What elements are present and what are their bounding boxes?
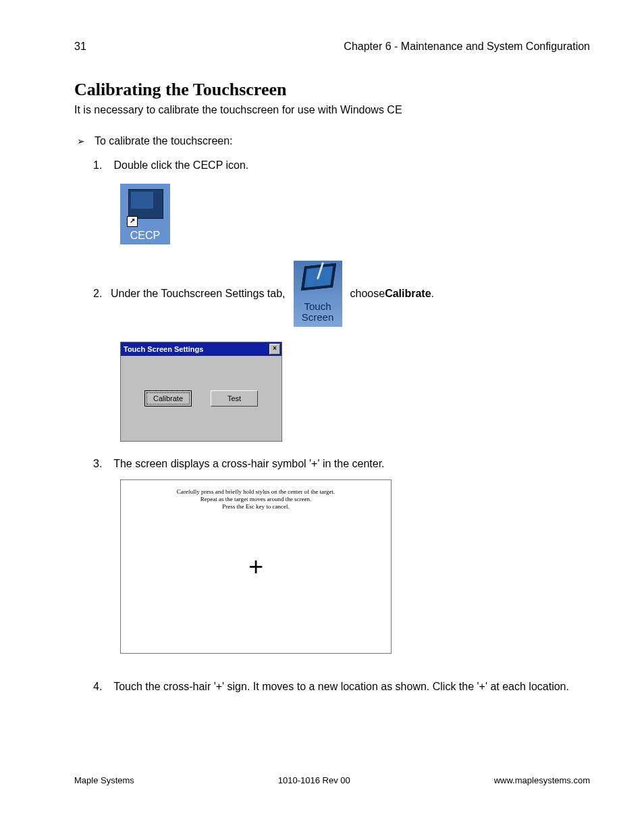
step-3: 3. The screen displays a cross-hair symb… (93, 458, 590, 654)
step-4: 4. Touch the cross-hair '+' sign. It mov… (93, 681, 590, 693)
touchscreen-settings-icon[interactable]: Touch Screen (294, 261, 342, 327)
dialog-titlebar[interactable]: Touch Screen Settings × (121, 342, 281, 356)
close-icon[interactable]: × (269, 344, 280, 355)
step-number: 3. (93, 458, 111, 470)
calibrate-button[interactable]: Calibrate (144, 390, 192, 407)
step-number: 1. (93, 159, 111, 172)
calibration-instructions: Carefully press and briefly hold stylus … (121, 488, 391, 511)
shortcut-overlay-icon: ↗ (127, 216, 138, 227)
section-heading: Calibrating the Touchscreen (74, 80, 590, 100)
dialog-title: Touch Screen Settings (124, 345, 203, 353)
bullet-arrow-icon: ➢ (77, 136, 85, 147)
touchscreen-icon-label: Touch Screen (294, 301, 342, 323)
page-number: 31 (74, 41, 86, 53)
procedure-title: To calibrate the touchscreen: (95, 135, 233, 147)
step-2: 2. Under the Touchscreen Settings tab, T… (93, 261, 590, 442)
footer-right: www.maplesystems.com (494, 775, 590, 785)
step-text: The screen displays a cross-hair symbol … (113, 458, 384, 469)
cecp-icon-label: CECP (120, 230, 170, 242)
step-text-bold: Calibrate (385, 288, 431, 300)
test-button[interactable]: Test (211, 390, 258, 407)
monitor-icon (128, 189, 163, 219)
step-1: 1. Double click the CECP icon. ↗ CECP (93, 159, 590, 244)
step-number: 2. (93, 288, 111, 300)
cecp-desktop-icon[interactable]: ↗ CECP (120, 184, 170, 244)
touch-screen-settings-dialog: Touch Screen Settings × Calibrate Test (120, 342, 282, 442)
step-text-end: . (431, 288, 434, 300)
chapter-title: Chapter 6 - Maintenance and System Confi… (344, 41, 590, 53)
step-text-post: choose (350, 288, 385, 300)
footer-center: 1010-1016 Rev 00 (278, 775, 350, 785)
step-text: Double click the CECP icon. (113, 159, 248, 171)
step-number: 4. (93, 681, 111, 693)
step-text-pre: Under the Touchscreen Settings tab, (111, 288, 286, 300)
calibration-screen[interactable]: Carefully press and briefly hold stylus … (120, 479, 392, 654)
step-text: Touch the cross-hair '+' sign. It moves … (113, 681, 569, 692)
intro-text: It is necessary to calibrate the touchsc… (74, 104, 590, 116)
dialog-body: Calibrate Test (121, 356, 281, 441)
footer-left: Maple Systems (74, 775, 134, 785)
